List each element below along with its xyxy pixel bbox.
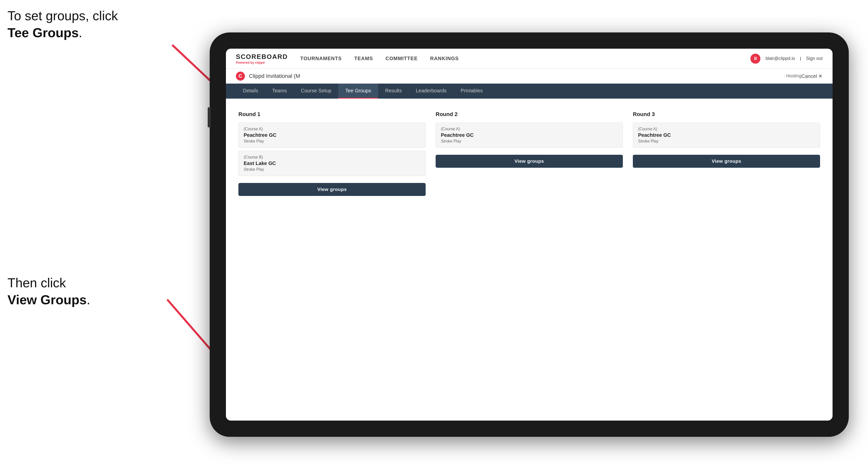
sub-nav: Details Teams Course Setup Tee Groups Re… [226,84,833,99]
sign-out-link[interactable]: Sign out [806,56,823,61]
round-2-course-a-name: Peachtree GC [441,132,618,138]
tab-leaderboards[interactable]: Leaderboards [409,84,453,99]
round-3-title: Round 3 [633,111,820,118]
round-1-column: Round 1 (Course A) Peachtree GC Stroke P… [239,111,426,196]
instruction-top-line1: To set groups, click [7,8,118,23]
nav-tournaments[interactable]: TOURNAMENTS [300,56,342,61]
round-2-course-a-label: (Course A) [441,127,618,131]
instruction-bottom: Then click View Groups. [7,275,90,308]
tab-teams[interactable]: Teams [265,84,294,99]
instruction-top-line2: Tee Groups [7,26,79,40]
round-3-course-a-card: (Course A) Peachtree GC Stroke Play [633,123,820,148]
instruction-bottom-suffix: . [87,292,90,307]
round-3-course-a-label: (Course A) [638,127,815,131]
instruction-top-suffix: . [79,26,82,40]
tab-results[interactable]: Results [378,84,409,99]
nav-links: TOURNAMENTS TEAMS COMMITTEE RANKINGS [300,56,751,61]
cancel-button[interactable]: Cancel ✕ [801,73,823,79]
round-2-title: Round 2 [436,111,623,118]
round-1-course-b-format: Stroke Play [244,167,421,172]
round-3-course-a-name: Peachtree GC [638,132,815,138]
nav-user-email: blair@clippd.io [766,56,795,61]
rounds-container: Round 1 (Course A) Peachtree GC Stroke P… [239,111,820,196]
tab-details[interactable]: Details [236,84,265,99]
instruction-bottom-line1: Then click [7,276,66,290]
round-1-course-b-card: (Course B) East Lake GC Stroke Play [239,151,426,176]
round-1-view-groups-button[interactable]: View groups [239,183,426,196]
tournament-logo: C [236,72,245,81]
logo-powered: Powered by clippd [236,61,288,64]
nav-separator: | [800,56,801,61]
nav-committee[interactable]: COMMITTEE [385,56,417,61]
tablet-frame: SCOREBOARD Powered by clippd TOURNAMENTS… [210,32,849,437]
tablet-screen: SCOREBOARD Powered by clippd TOURNAMENTS… [226,49,833,421]
logo-area: SCOREBOARD Powered by clippd [236,53,288,64]
nav-right: B blair@clippd.io | Sign out [750,54,823,64]
round-2-column: Round 2 (Course A) Peachtree GC Stroke P… [436,111,623,196]
round-2-course-a-format: Stroke Play [441,139,618,144]
tournament-bar: C Clippd Invitational (M · Hosting Cance… [226,69,833,84]
round-1-course-b-name: East Lake GC [244,160,421,166]
nav-rankings[interactable]: RANKINGS [430,56,459,61]
round-1-course-a-card: (Course A) Peachtree GC Stroke Play [239,123,426,148]
top-nav: SCOREBOARD Powered by clippd TOURNAMENTS… [226,49,833,69]
round-3-view-groups-button[interactable]: View groups [633,155,820,168]
instruction-bottom-line2: View Groups [7,292,87,307]
round-1-course-a-label: (Course A) [244,127,421,131]
nav-teams[interactable]: TEAMS [354,56,373,61]
round-1-title: Round 1 [239,111,426,118]
round-3-column: Round 3 (Course A) Peachtree GC Stroke P… [633,111,820,196]
tablet-side-button [208,107,211,127]
tab-printables[interactable]: Printables [454,84,490,99]
tournament-hosting: · Hosting [784,73,801,79]
round-2-course-a-card: (Course A) Peachtree GC Stroke Play [436,123,623,148]
round-1-course-a-format: Stroke Play [244,139,421,144]
round-3-course-a-format: Stroke Play [638,139,815,144]
tab-tee-groups[interactable]: Tee Groups [338,84,378,99]
tab-course-setup[interactable]: Course Setup [294,84,338,99]
logo-scoreboard: SCOREBOARD [236,53,288,61]
tournament-name: Clippd Invitational (M [249,73,782,80]
user-avatar: B [750,54,761,64]
main-content: Round 1 (Course A) Peachtree GC Stroke P… [226,99,833,421]
instruction-top: To set groups, click Tee Groups. [7,7,118,41]
round-2-view-groups-button[interactable]: View groups [436,155,623,168]
round-1-course-b-label: (Course B) [244,155,421,159]
round-1-course-a-name: Peachtree GC [244,132,421,138]
